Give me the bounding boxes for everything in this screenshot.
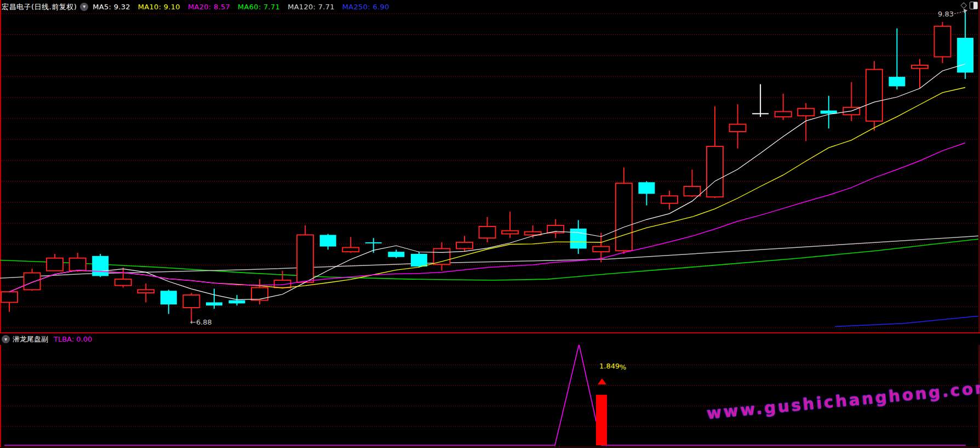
ma-label: MA250: 6.90 bbox=[342, 3, 389, 10]
sub-pct: % bbox=[620, 363, 626, 371]
diamond-icon[interactable]: ◇ bbox=[960, 1, 967, 9]
window-controls: ◇ bbox=[960, 1, 978, 9]
stock-title: 宏昌电子(日线.前复权) bbox=[2, 3, 77, 10]
ma-label-group: MA5: 9.32MA10: 9.10MA20: 8.57MA60: 7.71M… bbox=[93, 3, 389, 10]
indicator-title: 潜龙尾盘副 bbox=[13, 336, 48, 343]
ma-line-ma5 bbox=[9, 64, 965, 300]
triangle-up-marker bbox=[598, 378, 606, 384]
chevron-down-icon[interactable]: ▾ bbox=[80, 3, 88, 11]
ma-line-ma10 bbox=[9, 88, 965, 292]
ma-label: MA5: 9.32 bbox=[93, 3, 130, 10]
sub-value: 1.849 bbox=[599, 362, 620, 370]
ma-line-ma120 bbox=[0, 236, 978, 278]
ma-label: MA10: 9.10 bbox=[138, 3, 180, 10]
tlba-line bbox=[4, 344, 966, 445]
sub-indicator-header: ▾ 潜龙尾盘副 TLBA: 0.00 bbox=[0, 333, 980, 345]
chevron-down-icon[interactable]: ▾ bbox=[2, 335, 10, 343]
indicator-value: TLBA: 0.00 bbox=[54, 336, 92, 343]
main-gridlines bbox=[2, 14, 978, 328]
ma-line-ma250 bbox=[835, 316, 978, 326]
candlestick-chart[interactable]: 9.83←6.881.849% bbox=[0, 0, 980, 448]
ma-label: MA60: 7.71 bbox=[238, 3, 280, 10]
main-chart-header: 宏昌电子(日线.前复权) ▾ MA5: 9.32MA10: 9.10MA20: … bbox=[0, 0, 980, 13]
split-window-icon[interactable] bbox=[970, 2, 978, 9]
candles bbox=[1, 10, 973, 321]
sub-gridlines bbox=[2, 365, 978, 427]
ma-label: MA20: 8.57 bbox=[188, 3, 230, 10]
low-label: ←6.88 bbox=[190, 318, 212, 326]
signal-bar bbox=[596, 395, 607, 445]
stock-chart-window: 宏昌电子(日线.前复权) ▾ MA5: 9.32MA10: 9.10MA20: … bbox=[0, 0, 980, 448]
ma-label: MA120: 7.71 bbox=[288, 3, 335, 10]
